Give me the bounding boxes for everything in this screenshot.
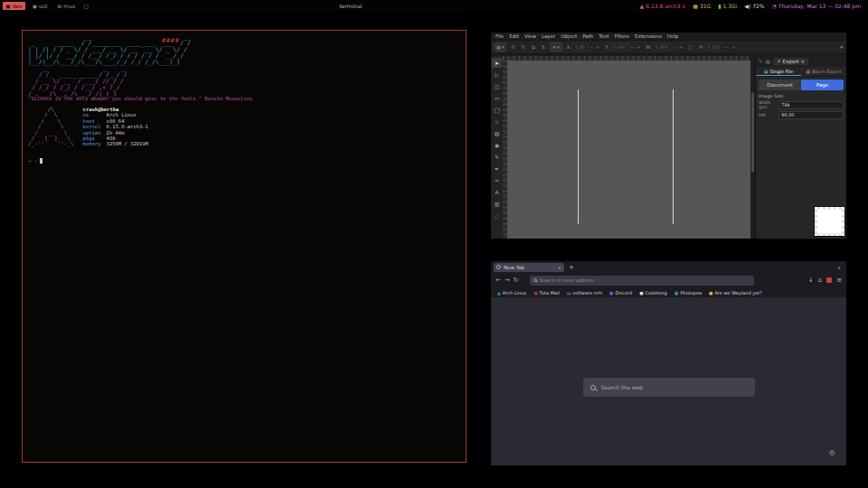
dropper-tool-button[interactable]: ◌	[492, 211, 502, 221]
workspace-ust[interactable]: ◉ust	[30, 2, 51, 10]
page-button[interactable]: Page	[801, 80, 844, 90]
y-plus-button[interactable]: +	[636, 44, 641, 50]
w-input[interactable]: 0.000	[653, 43, 671, 51]
menu-view[interactable]: View	[524, 33, 536, 39]
forward-button[interactable]: →	[505, 277, 510, 284]
h-plus-button[interactable]: +	[731, 44, 736, 50]
align-dropdown[interactable]: ≡▾	[550, 42, 562, 52]
bookmark-are-we-wayland-yet[interactable]: ●Are we Wayland yet?	[709, 290, 762, 296]
pencil-tool-button[interactable]: ✎	[492, 152, 502, 162]
star-tool-button[interactable]: ☆	[492, 117, 502, 127]
menu-layer[interactable]: Layer	[542, 33, 555, 39]
wayland-bookmark-icon: ●	[709, 290, 712, 296]
layout-icon[interactable]: ▢	[84, 3, 90, 9]
w-minus-button[interactable]: −	[672, 44, 677, 50]
pen-tool-button[interactable]: ✒	[492, 164, 502, 174]
menu-file[interactable]: File	[495, 33, 504, 39]
shell-prompt[interactable]: ~ ›	[28, 157, 42, 164]
selector-tool-button[interactable]: ➤	[492, 58, 502, 68]
bookmark-tuta-mail[interactable]: ●Tuta Mail	[533, 290, 560, 296]
chevron-down-icon: ▾	[557, 44, 560, 50]
download-icon[interactable]: ↓	[808, 277, 814, 284]
clock-module: ◔Thursday, Mar 13 — 02:48 pm	[772, 3, 862, 9]
gradient-tool-button[interactable]: ▥	[492, 199, 502, 209]
status-bar: ▣dev ◉ust ⊞mux ▢ terminal ▲6.13.8-arch3-…	[0, 0, 868, 11]
prompt-path: ~	[28, 157, 32, 164]
workspace-mux[interactable]: ⊞mux	[54, 2, 78, 10]
export-dialog-tab[interactable]: ↗Export×	[773, 58, 808, 65]
text-tool-button[interactable]: A	[492, 187, 502, 197]
search-icon	[533, 278, 537, 282]
menu-filters[interactable]: Filters	[614, 33, 629, 39]
bookmark-arch-linux[interactable]: ▲Arch Linux	[497, 290, 526, 296]
drawn-vertical-line[interactable]	[578, 89, 579, 225]
box3d-tool-button[interactable]: ▧	[492, 128, 502, 138]
x-plus-button[interactable]: +	[595, 44, 600, 50]
active-tab[interactable]: New Tab ×	[494, 263, 564, 272]
y-label: Y:	[605, 44, 609, 50]
menu-object[interactable]: Object	[561, 33, 577, 39]
rotate-cw-icon[interactable]: ↻	[519, 44, 526, 50]
tab-batch-export[interactable]: ▦Batch Export	[801, 67, 846, 76]
web-search-input[interactable]: Search the web	[583, 378, 755, 397]
menu-text[interactable]: Text	[599, 33, 609, 39]
bookmark-discord[interactable]: ●Discord	[609, 290, 632, 296]
url-bar[interactable]: Search or enter address	[530, 276, 754, 286]
batch-export-label: Batch Export	[812, 69, 841, 74]
workspace-dev[interactable]: ▣dev	[3, 2, 25, 10]
terminal-window[interactable]: __ __ _ _____ / /________ ____ ___ ___ /…	[22, 30, 467, 463]
lock-ratio-icon[interactable]: □	[686, 44, 694, 50]
rectangle-tool-button[interactable]: ▭	[492, 93, 502, 103]
browser-window[interactable]: New Tab × + ∨ ← → ↻ Search or enter addr…	[491, 261, 846, 465]
swatches-dialog-icon[interactable]: ▤	[766, 59, 770, 64]
menu-icon[interactable]: ≡	[836, 277, 842, 284]
dpi-input[interactable]: 96.00	[778, 111, 844, 119]
close-tab-icon[interactable]: ×	[557, 265, 561, 270]
document-button[interactable]: Document	[759, 80, 801, 90]
bookmark-photopea[interactable]: ▣Photopea	[675, 290, 702, 296]
new-tab-button[interactable]: +	[569, 264, 574, 271]
width-input[interactable]: 794	[778, 101, 844, 109]
inkscape-window[interactable]: File Edit View Layer Object Path Text Fi…	[491, 33, 846, 239]
menu-extensions[interactable]: Extensions	[635, 33, 662, 39]
tab-single-file[interactable]: ▣Single File	[756, 67, 801, 76]
page-settings-gear-icon[interactable]: ⚙	[829, 449, 835, 457]
fetch-output: /\ / \ / \ / \ / __ \ / | | \/_-'' ''-_\…	[28, 107, 148, 147]
reload-button[interactable]: ↻	[514, 277, 519, 284]
snap-controls-icon[interactable]: #	[840, 44, 844, 50]
node-tool-button[interactable]: ▷	[492, 70, 502, 80]
flip-horizontal-icon[interactable]: ⇆	[530, 44, 537, 50]
pencil-dialog-icon[interactable]: ✎	[759, 59, 763, 64]
h-minus-button[interactable]: −	[724, 44, 730, 50]
x-input[interactable]: 0.00	[572, 43, 588, 51]
ram-module: ▮1.3Gi	[718, 3, 737, 9]
ublock-extension-icon[interactable]	[826, 277, 832, 283]
menu-path[interactable]: Path	[582, 33, 593, 39]
shape-builder-tool-button[interactable]: ◫	[492, 81, 502, 91]
x-minus-button[interactable]: −	[589, 44, 594, 50]
scrollbar-thumb[interactable]	[751, 92, 754, 173]
flip-vertical-icon[interactable]: ⇅	[540, 44, 547, 50]
drawn-vertical-line[interactable]	[673, 89, 674, 225]
rotate-ccw-icon[interactable]: ↺	[509, 44, 516, 50]
ellipse-tool-button[interactable]: ◯	[492, 105, 502, 115]
inkscape-canvas[interactable]	[507, 61, 750, 239]
close-icon[interactable]: ×	[800, 59, 805, 64]
back-button[interactable]: ←	[495, 277, 501, 284]
spiral-tool-button[interactable]: ◉	[492, 140, 502, 150]
h-input[interactable]: 0.000	[705, 43, 723, 51]
bookmark-folder-software-refs[interactable]: ▭software refs	[567, 290, 602, 296]
selection-mode-dropdown[interactable]: ▦▾	[494, 42, 506, 52]
w-plus-button[interactable]: +	[678, 44, 684, 50]
y-input[interactable]: 0.000	[610, 43, 628, 51]
terminal-cursor	[40, 158, 42, 164]
calligraphy-tool-button[interactable]: ✑	[492, 175, 502, 185]
volume-text: 72%	[752, 3, 764, 9]
menu-edit[interactable]: Edit	[509, 33, 519, 39]
menu-help[interactable]: Help	[667, 33, 679, 39]
bookmark-codeberg[interactable]: ●Codeberg	[639, 290, 667, 296]
list-all-tabs-icon[interactable]: ∨	[837, 265, 841, 270]
disk-module: ▦31G	[693, 3, 711, 9]
home-icon[interactable]: ⌂	[818, 277, 822, 284]
y-minus-button[interactable]: −	[629, 44, 635, 50]
